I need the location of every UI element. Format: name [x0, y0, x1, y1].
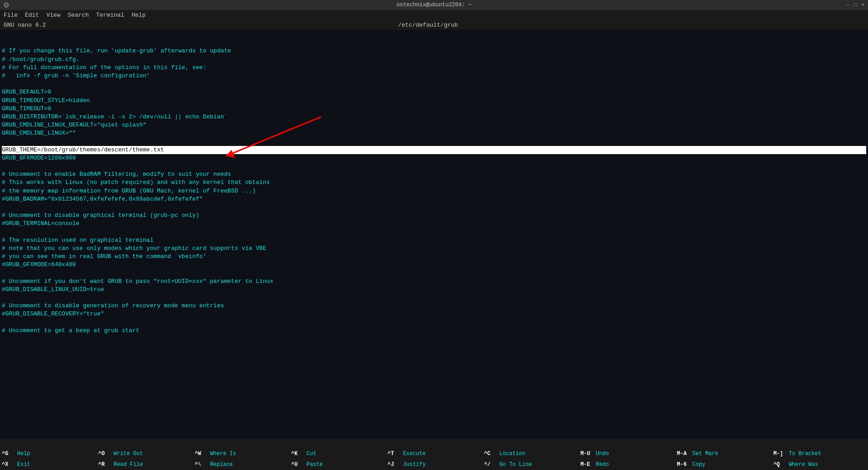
- editor-line-8: GRUB_DISTRIBUTOR=`lsb_release -i -s 2> /…: [2, 113, 866, 121]
- shortcut-item-copy[interactable]: M-6Copy: [675, 459, 771, 470]
- shortcut-label-7-0: Set Mark: [692, 451, 718, 457]
- shortcut-key-1-0: ^O: [98, 451, 111, 457]
- editor-line-24: # note that you can use only modes which…: [2, 244, 866, 253]
- shortcut-label-4-0: Execute: [403, 451, 425, 457]
- editor-line-0: # If you change this file, run 'update-g…: [2, 47, 866, 55]
- shortcut-item-justify[interactable]: ^JJustify: [386, 459, 482, 470]
- editor-line-22: [2, 228, 866, 236]
- editor-line-2: # For full documentation of the options …: [2, 64, 866, 72]
- shortcut-key-4-1: ^J: [387, 461, 400, 468]
- editor-line-18: #GRUB_BADRAM="0x01234567,0xfefefefe,0x89…: [2, 195, 866, 203]
- shortcut-label-6-1: Redo: [596, 461, 609, 468]
- editor-line-26: #GRUB_GFXMODE=640x480: [2, 261, 866, 269]
- shortcut-key-5-0: ^C: [484, 451, 497, 457]
- shortcut-label-4-1: Justify: [403, 461, 425, 468]
- close-button[interactable]: ×: [861, 2, 864, 8]
- shortcut-label-1-1: Read File: [113, 461, 143, 468]
- shortcut-label-3-0: Cut: [307, 451, 316, 457]
- editor-line-30: [2, 294, 866, 302]
- editor-line-32: #GRUB_DISABLE_RECOVERY="true": [2, 310, 866, 318]
- shortcut-item-where-is[interactable]: ^WWhere Is: [193, 448, 289, 459]
- editor[interactable]: # If you change this file, run 'update-g…: [0, 30, 868, 439]
- editor-line-5: GRUB_DEFAULT=0: [2, 88, 866, 96]
- shortcut-key-0-0: ^G: [2, 451, 14, 457]
- menubar-item-edit[interactable]: Edit: [25, 12, 39, 19]
- editor-line-13: GRUB_GFXMODE=1280x800: [2, 154, 866, 162]
- shortcut-item-replace[interactable]: ^\Replace: [193, 459, 289, 470]
- editor-line-16: # This works with Linux (no patch requir…: [2, 179, 866, 187]
- shortcut-item-go-to-line[interactable]: ^/Go To Line: [482, 459, 579, 470]
- nano-header: GNU nano 6.2 /etc/default/grub: [0, 20, 868, 30]
- editor-line-3: # info -f grub -n 'Simple configuration': [2, 72, 866, 80]
- statusbar: [0, 439, 868, 448]
- window-title: ostechnix@ubuntu2204: ~: [396, 2, 472, 8]
- shortcut-row-1: ^XExit^RRead File^\Replace^UPaste^JJusti…: [0, 459, 868, 470]
- shortcut-key-6-0: M-U: [580, 451, 593, 457]
- editor-line-4: [2, 80, 866, 88]
- shortcut-label-3-1: Paste: [307, 461, 323, 468]
- shortcut-item-write-out[interactable]: ^OWrite Out: [96, 448, 193, 459]
- shortcut-key-5-1: ^/: [484, 461, 497, 468]
- shortcut-bar: ^GHelp^OWrite Out^WWhere Is^KCut^TExecut…: [0, 448, 868, 470]
- menubar-item-terminal[interactable]: Terminal: [96, 12, 124, 19]
- menubar-item-help[interactable]: Help: [132, 12, 146, 19]
- restore-button[interactable]: □: [854, 2, 857, 8]
- nano-filename: /etc/default/grub: [46, 22, 810, 28]
- shortcut-item-undo[interactable]: M-UUndo: [579, 448, 675, 459]
- shortcut-key-4-0: ^T: [387, 451, 400, 457]
- shortcut-key-2-1: ^\: [195, 461, 208, 468]
- editor-line-31: # Uncomment to disable generation of rec…: [2, 302, 866, 310]
- editor-line-28: # Uncomment if you don't want GRUB to pa…: [2, 277, 866, 286]
- shortcut-item-location[interactable]: ^CLocation: [482, 448, 579, 459]
- menubar-item-search[interactable]: Search: [68, 12, 89, 19]
- shortcut-key-7-0: M-A: [677, 451, 689, 457]
- menubar-item-view[interactable]: View: [46, 12, 60, 19]
- minimize-button[interactable]: –: [846, 2, 849, 8]
- editor-content: # If you change this file, run 'update-g…: [0, 30, 868, 336]
- shortcut-label-1-0: Write Out: [113, 451, 143, 457]
- shortcut-item-execute[interactable]: ^TExecute: [386, 448, 482, 459]
- editor-line-21: #GRUB_TERMINAL=console: [2, 220, 866, 228]
- shortcut-label-2-1: Replace: [210, 461, 233, 468]
- window-controls[interactable]: #: [4, 2, 9, 8]
- shortcut-label-7-1: Copy: [692, 461, 705, 468]
- shortcut-item-read-file[interactable]: ^RRead File: [96, 459, 193, 470]
- shortcut-item-redo[interactable]: M-ERedo: [579, 459, 675, 470]
- shortcut-key-3-0: ^K: [291, 451, 304, 457]
- shortcut-item-exit[interactable]: ^XExit: [0, 459, 96, 470]
- shortcut-key-8-1: ^Q: [774, 461, 786, 468]
- shortcut-label-5-1: Go To Line: [500, 461, 532, 468]
- shortcut-key-7-1: M-6: [677, 461, 689, 468]
- menubar-item-file[interactable]: File: [4, 12, 18, 19]
- shortcut-label-5-0: Location: [500, 451, 526, 457]
- shortcut-label-6-0: Undo: [596, 451, 609, 457]
- editor-line-11: [2, 137, 866, 146]
- editor-line-6: GRUB_TIMEOUT_STYLE=hidden: [2, 97, 866, 105]
- shortcut-item-to-bracket[interactable]: M-]To Bracket: [772, 448, 868, 459]
- menubar: FileEditViewSearchTerminalHelp: [0, 10, 868, 20]
- shortcut-item-where-was[interactable]: ^QWhere Was: [772, 459, 868, 470]
- shortcut-label-8-1: Where Was: [789, 461, 818, 468]
- shortcut-label-0-1: Exit: [17, 461, 30, 468]
- editor-line-19: [2, 203, 866, 212]
- editor-line-10: GRUB_CMDLINE_LINUX="": [2, 129, 866, 137]
- shortcut-label-2-0: Where Is: [210, 451, 236, 457]
- editor-line-1: # /boot/grub/grub.cfg.: [2, 56, 866, 64]
- shortcut-item-set-mark[interactable]: M-ASet Mark: [675, 448, 771, 459]
- shortcut-item-help[interactable]: ^GHelp: [0, 448, 96, 459]
- shortcut-key-3-1: ^U: [291, 461, 304, 468]
- editor-line-23: # The resolution used on graphical termi…: [2, 236, 866, 244]
- window-buttons-right[interactable]: – □ ×: [846, 2, 864, 8]
- shortcut-item-cut[interactable]: ^KCut: [289, 448, 386, 459]
- shortcut-row-0: ^GHelp^OWrite Out^WWhere Is^KCut^TExecut…: [0, 448, 868, 459]
- editor-line-14: [2, 162, 866, 170]
- editor-line-15: # Uncomment to enable BadRAM filtering, …: [2, 170, 866, 179]
- editor-line-17: # the memory map information from GRUB (…: [2, 187, 866, 195]
- shortcut-item-paste[interactable]: ^UPaste: [289, 459, 386, 470]
- shortcut-key-6-1: M-E: [580, 461, 593, 468]
- win-symbol: #: [4, 2, 9, 8]
- editor-line-9: GRUB_CMDLINE_LINUX_DEFAULT="quiet splash…: [2, 121, 866, 129]
- titlebar: # ostechnix@ubuntu2204: ~ – □ ×: [0, 0, 868, 10]
- editor-line-27: [2, 269, 866, 277]
- editor-line-29: #GRUB_DISABLE_LINUX_UUID=true: [2, 286, 866, 294]
